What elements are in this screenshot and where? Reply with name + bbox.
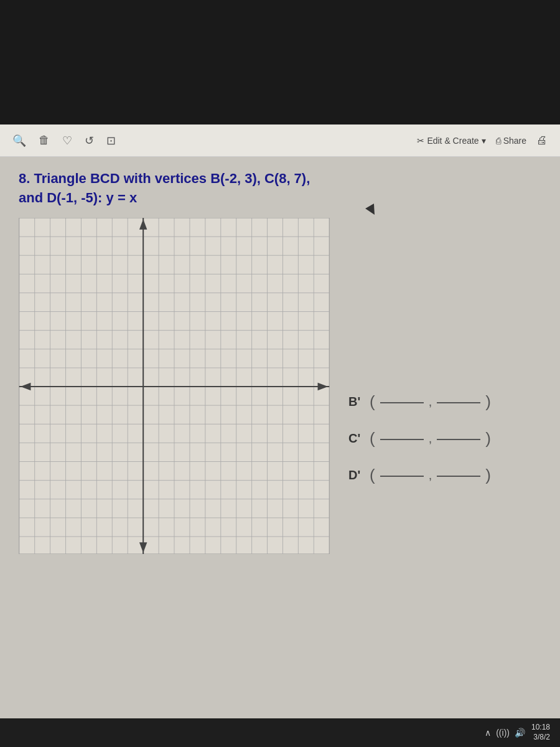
taskbar-clock: 10:18 3/8/2 bbox=[531, 723, 550, 742]
b-prime-label: B' bbox=[348, 395, 367, 409]
toolbar: 🔍 🗑 ♡ ↺ ⊡ ✂ Edit & Create ▾ ⎙ Share 🖨 bbox=[0, 125, 560, 157]
c-comma: , bbox=[429, 431, 432, 446]
d-y-blank[interactable] bbox=[437, 473, 480, 477]
d-open-paren: ( bbox=[370, 466, 375, 485]
scissors-icon: ✂ bbox=[417, 136, 424, 146]
wifi-icon: ((i)) bbox=[496, 728, 510, 738]
refresh-icon[interactable]: ↺ bbox=[85, 134, 94, 148]
main-layout: B' ( , ) C' ( , ) D' ( , bbox=[19, 218, 541, 554]
toolbar-left: 🔍 🗑 ♡ ↺ ⊡ bbox=[12, 134, 417, 148]
c-open-paren: ( bbox=[370, 429, 375, 448]
d-prime-label: D' bbox=[348, 468, 367, 482]
b-open-paren: ( bbox=[370, 392, 375, 411]
taskbar: ∧ ((i)) 🔊 10:18 3/8/2 bbox=[0, 718, 560, 747]
system-tray: ∧ ((i)) 🔊 10:18 3/8/2 bbox=[485, 723, 550, 742]
share-icon: ⎙ bbox=[496, 136, 501, 146]
share-button[interactable]: ⎙ Share bbox=[496, 136, 526, 146]
answer-section: B' ( , ) C' ( , ) D' ( , bbox=[348, 218, 491, 485]
printer-icon[interactable]: 🖨 bbox=[536, 134, 548, 147]
dark-background bbox=[0, 0, 560, 137]
c-prime-answer-row: C' ( , ) bbox=[348, 429, 491, 448]
b-close-paren: ) bbox=[485, 392, 491, 411]
crop-icon[interactable]: ⊡ bbox=[106, 134, 116, 148]
c-y-blank[interactable] bbox=[437, 436, 480, 440]
c-prime-label: C' bbox=[348, 431, 367, 446]
b-comma: , bbox=[429, 395, 432, 409]
question-body: Triangle BCD with vertices B(-2, 3), C(8… bbox=[19, 171, 310, 205]
d-close-paren: ) bbox=[485, 466, 491, 485]
content-area: 8. Triangle BCD with vertices B(-2, 3), … bbox=[0, 157, 560, 747]
network-icon: ∧ bbox=[485, 728, 491, 738]
graph-container bbox=[19, 218, 330, 554]
b-y-blank[interactable] bbox=[437, 400, 480, 403]
edit-create-label: Edit & Create bbox=[427, 136, 478, 146]
date-display: 3/8/2 bbox=[531, 733, 550, 743]
share-label: Share bbox=[503, 136, 526, 146]
tray-icons: ∧ ((i)) 🔊 bbox=[485, 728, 525, 738]
toolbar-right: ✂ Edit & Create ▾ ⎙ Share 🖨 bbox=[417, 134, 548, 147]
heart-icon[interactable]: ♡ bbox=[62, 134, 72, 148]
delete-icon[interactable]: 🗑 bbox=[39, 134, 50, 147]
coordinate-grid bbox=[19, 218, 330, 554]
d-prime-answer-row: D' ( , ) bbox=[348, 466, 491, 485]
c-close-paren: ) bbox=[485, 429, 491, 448]
time-display: 10:18 bbox=[531, 723, 550, 733]
question-number: 8. bbox=[19, 171, 30, 186]
c-x-blank[interactable] bbox=[380, 436, 424, 440]
edit-create-button[interactable]: ✂ Edit & Create ▾ bbox=[417, 136, 485, 146]
d-comma: , bbox=[429, 468, 432, 482]
d-x-blank[interactable] bbox=[380, 473, 424, 477]
b-prime-answer-row: B' ( , ) bbox=[348, 392, 491, 411]
question-text: 8. Triangle BCD with vertices B(-2, 3), … bbox=[19, 169, 541, 208]
search-icon[interactable]: 🔍 bbox=[12, 134, 26, 148]
edit-create-chevron: ▾ bbox=[482, 136, 486, 146]
b-x-blank[interactable] bbox=[380, 400, 424, 403]
volume-icon: 🔊 bbox=[515, 728, 525, 738]
